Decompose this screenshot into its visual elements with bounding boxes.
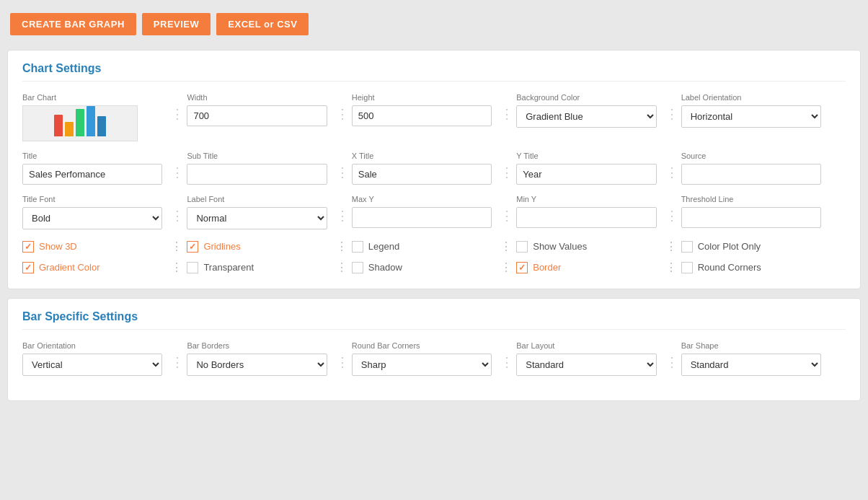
label-font-select[interactable]: Normal Bold Italic (187, 207, 327, 229)
chart-settings-title: Chart Settings (22, 62, 846, 82)
show3d-group: Show 3D (22, 241, 167, 253)
excel-csv-button[interactable]: EXCEL or CSV (216, 13, 309, 35)
round-bar-corners-field: Round Bar Corners Sharp Round Very Round (352, 341, 497, 376)
sep-icon-10: ⋮ (827, 152, 846, 180)
border-label: Border (533, 262, 561, 273)
show-values-checkbox[interactable] (516, 241, 528, 253)
gradient-label: Gradient Color (39, 262, 100, 273)
label-orient-select[interactable]: Horizontal Vertical Diagonal (681, 105, 821, 128)
max-y-input[interactable] (352, 207, 492, 228)
gridlines-label: Gridlines (203, 241, 240, 252)
create-bar-graph-button[interactable]: CREATE BAR GRAPH (10, 13, 136, 35)
preview-button[interactable]: PREVIEW (142, 13, 211, 35)
legend-checkbox[interactable] (352, 241, 363, 253)
width-field: Width (187, 93, 332, 126)
border-group: Border (516, 262, 660, 273)
sep-icon-b1: ⋮ (168, 341, 187, 370)
cb-div-9: ⋮ (661, 260, 681, 274)
chart-preview-image (22, 105, 138, 141)
subtitle-label: Sub Title (187, 152, 327, 160)
label-orient-field: Label Orientation Horizontal Vertical Di… (681, 93, 827, 128)
bar-shape-select[interactable]: Standard Cylinder Arrow (681, 354, 821, 376)
sep-icon-12: ⋮ (333, 195, 352, 224)
transparent-checkbox[interactable] (187, 262, 198, 273)
ytitle-input[interactable] (516, 164, 656, 185)
title-label: Title (22, 152, 162, 160)
border-checkbox[interactable] (516, 262, 528, 273)
cb-div-6: ⋮ (167, 260, 187, 274)
sep-icon-1: ⋮ (168, 93, 187, 122)
cb-div-10: ⋮ (825, 260, 846, 274)
xtitle-field: X Title (352, 152, 497, 185)
gridlines-checkbox[interactable] (187, 241, 198, 253)
height-input[interactable] (352, 105, 492, 126)
label-font-field: Label Font Normal Bold Italic (187, 195, 332, 229)
bar-settings-title: Bar Specific Settings (22, 310, 846, 330)
cb-div-2: ⋮ (332, 240, 352, 253)
show-values-label: Show Values (533, 241, 587, 252)
min-y-field: Min Y (516, 195, 662, 228)
sep-icon-5: ⋮ (827, 93, 846, 122)
round-bar-corners-label: Round Bar Corners (352, 341, 492, 350)
bar-borders-label: Bar Borders (187, 341, 327, 350)
bar-layout-select[interactable]: Standard Stacked Grouped (516, 354, 656, 376)
color-plot-label: Color Plot Only (698, 241, 761, 252)
height-field: Height (352, 93, 497, 126)
subtitle-field: Sub Title (187, 152, 332, 185)
title-font-field: Title Font Bold Normal Italic (22, 195, 168, 229)
bar-layout-label: Bar Layout (516, 341, 656, 350)
threshold-input[interactable] (681, 207, 821, 228)
title-font-select[interactable]: Bold Normal Italic (22, 207, 162, 229)
bar-chart-label: Bar Chart (22, 93, 162, 102)
chart-row-3: Title Font Bold Normal Italic ⋮ Label Fo… (22, 195, 846, 229)
bar-orientation-select[interactable]: Vertical Horizontal (22, 354, 162, 376)
chart-settings-card: Chart Settings Bar Chart ⋮ Width ⋮ Heigh… (7, 50, 861, 289)
title-field: Title (22, 152, 168, 185)
show3d-label: Show 3D (39, 241, 77, 252)
chart-row-1: Bar Chart ⋮ Width ⋮ Height ⋮ Background … (22, 93, 846, 141)
cb-div-5: ⋮ (825, 240, 846, 253)
source-field: Source (681, 152, 827, 185)
show-values-group: Show Values (516, 241, 660, 253)
gradient-checkbox[interactable] (22, 262, 34, 273)
max-y-field: Max Y (352, 195, 497, 228)
cb-div-7: ⋮ (332, 260, 352, 274)
sep-icon-4: ⋮ (663, 93, 681, 122)
min-y-input[interactable] (516, 207, 656, 228)
shadow-label: Shadow (368, 262, 402, 273)
sep-icon-6: ⋮ (168, 152, 187, 180)
label-orient-label: Label Orientation (681, 93, 821, 102)
bar-borders-select[interactable]: No Borders Thin Thick (187, 354, 327, 376)
gridlines-group: Gridlines (187, 241, 331, 253)
title-font-label: Title Font (22, 195, 162, 203)
round-corners-checkbox[interactable] (681, 262, 693, 273)
source-label: Source (681, 152, 821, 160)
min-y-label: Min Y (516, 195, 656, 203)
subtitle-input[interactable] (187, 164, 327, 185)
ytitle-field: Y Title (516, 152, 662, 185)
sep-icon-14: ⋮ (663, 195, 681, 224)
sep-icon-b2: ⋮ (333, 341, 352, 370)
height-label: Height (352, 93, 492, 102)
xtitle-input[interactable] (352, 164, 492, 185)
bg-color-field: Background Color Gradient Blue White Lig… (516, 93, 662, 128)
sep-icon-3: ⋮ (497, 93, 516, 122)
color-plot-checkbox[interactable] (681, 241, 693, 253)
chart-row-2: Title ⋮ Sub Title ⋮ X Title ⋮ Y Title ⋮ … (22, 152, 846, 185)
source-input[interactable] (681, 164, 821, 185)
round-corners-group: Round Corners (681, 262, 825, 273)
sep-icon-b4: ⋮ (663, 341, 681, 370)
show3d-checkbox[interactable] (22, 241, 34, 253)
sep-icon-9: ⋮ (663, 152, 681, 180)
bg-color-label: Background Color (516, 93, 656, 102)
checkbox-row-1: Show 3D ⋮ Gridlines ⋮ Legend ⋮ Show Valu… (22, 240, 846, 253)
title-input[interactable] (22, 164, 162, 185)
shadow-checkbox[interactable] (352, 262, 363, 273)
transparent-label: Transparent (203, 262, 254, 273)
bar-layout-field: Bar Layout Standard Stacked Grouped (516, 341, 662, 376)
width-input[interactable] (187, 105, 327, 126)
round-bar-corners-select[interactable]: Sharp Round Very Round (352, 354, 492, 376)
transparent-group: Transparent (187, 262, 331, 273)
bg-color-select[interactable]: Gradient Blue White Light Gray Dark (516, 105, 656, 128)
sep-icon-b3: ⋮ (497, 341, 516, 370)
